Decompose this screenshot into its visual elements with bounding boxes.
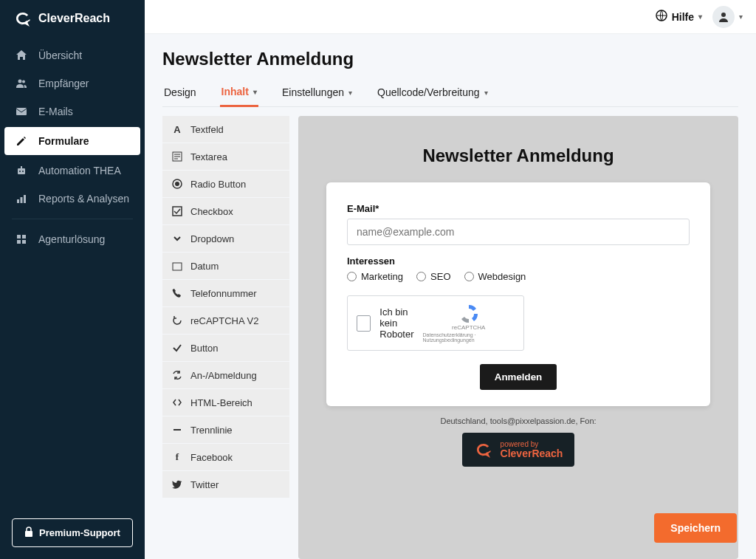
- interest-label: SEO: [430, 271, 450, 282]
- element-label: Checkbox: [190, 206, 233, 217]
- svg-point-19: [175, 182, 179, 186]
- element-divider[interactable]: Trennlinie: [162, 416, 289, 443]
- svg-rect-12: [17, 240, 21, 244]
- svg-rect-11: [22, 235, 26, 239]
- globe-icon: [656, 10, 667, 24]
- edit-icon: [15, 135, 28, 147]
- tab-settings[interactable]: Einstellungen▾: [281, 81, 354, 106]
- element-subscribe[interactable]: An-/Abmeldung: [162, 362, 289, 388]
- element-label: Datum: [190, 261, 219, 272]
- recaptcha-checkbox[interactable]: [357, 315, 371, 332]
- recaptcha-brand: reCAPTCHA: [452, 324, 485, 331]
- element-textfield[interactable]: ATextfeld: [162, 116, 289, 143]
- svg-rect-8: [21, 197, 23, 203]
- svg-point-0: [18, 80, 22, 83]
- powered-by-badge[interactable]: powered by CleverReach: [462, 433, 575, 467]
- element-radio[interactable]: Radio Button: [162, 171, 289, 197]
- tab-content[interactable]: Inhalt▾: [220, 81, 258, 107]
- calendar-icon: [171, 260, 183, 272]
- save-button[interactable]: Speichern: [654, 513, 737, 543]
- envelope-icon: [15, 106, 28, 117]
- element-label: Button: [190, 343, 219, 354]
- svg-rect-9: [24, 195, 26, 203]
- sidebar-item-label: E-Mails: [38, 106, 73, 117]
- help-button[interactable]: Hilfe ▾: [656, 10, 702, 24]
- svg-rect-13: [22, 240, 26, 244]
- element-html[interactable]: HTML-Bereich: [162, 389, 289, 416]
- premium-support-label: Premium-Support: [39, 527, 120, 538]
- email-label: E-Mail*: [347, 203, 690, 214]
- element-twitter[interactable]: Twitter: [162, 471, 289, 498]
- form-preview-canvas: Newsletter Anmeldung E-Mail* Interessen …: [298, 116, 738, 559]
- element-label: Twitter: [190, 479, 219, 490]
- radio-input[interactable]: [416, 272, 426, 281]
- element-label: Textarea: [190, 151, 227, 162]
- sidebar-divider: [12, 219, 133, 219]
- tab-design[interactable]: Design: [162, 81, 198, 106]
- grid-icon: [15, 233, 28, 245]
- facebook-icon: f: [171, 451, 183, 463]
- sidebar-item-label: Agenturlösung: [38, 233, 105, 245]
- element-label: Radio Button: [190, 179, 246, 190]
- check-icon: [171, 342, 183, 354]
- checkbox-icon: [171, 205, 183, 217]
- element-phone[interactable]: Telefonnummer: [162, 280, 289, 306]
- radio-input[interactable]: [347, 272, 357, 281]
- element-checkbox[interactable]: Checkbox: [162, 198, 289, 224]
- interest-option-seo[interactable]: SEO: [416, 271, 450, 282]
- sidebar-item-automation[interactable]: Automation THEA: [0, 157, 145, 185]
- form-submit-button[interactable]: Anmelden: [480, 364, 557, 390]
- svg-point-4: [19, 171, 21, 172]
- sidebar-item-overview[interactable]: Übersicht: [0, 41, 145, 69]
- radio-icon: [171, 178, 183, 190]
- phone-icon: [171, 287, 183, 299]
- interest-label: Marketing: [361, 271, 403, 282]
- svg-rect-2: [16, 108, 27, 115]
- sidebar-item-agency[interactable]: Agenturlösung: [0, 225, 145, 253]
- svg-point-1: [22, 80, 25, 83]
- element-recaptcha[interactable]: reCAPTCHA V2: [162, 307, 289, 334]
- email-input[interactable]: [347, 219, 690, 245]
- sidebar-item-emails[interactable]: E-Mails: [0, 97, 145, 126]
- element-button[interactable]: Button: [162, 335, 289, 361]
- svg-point-5: [22, 171, 24, 172]
- robot-icon: [15, 165, 28, 176]
- tab-label: Design: [164, 86, 196, 98]
- brand-name: CleverReach: [38, 12, 110, 25]
- element-date[interactable]: Datum: [162, 253, 289, 279]
- sidebar-item-forms[interactable]: Formulare: [4, 127, 140, 155]
- premium-support-button[interactable]: Premium-Support: [12, 518, 133, 547]
- sidebar-item-label: Reports & Analysen: [38, 193, 129, 205]
- interest-option-webdesign[interactable]: Webdesign: [464, 271, 526, 282]
- sidebar-item-recipients[interactable]: Empfänger: [0, 69, 145, 97]
- radio-input[interactable]: [464, 272, 474, 281]
- tab-source[interactable]: Quellcode/Verbreitung▾: [376, 81, 489, 106]
- recaptcha-widget[interactable]: Ich bin kein Roboter reCAPTCHA Datenschu…: [347, 295, 524, 351]
- sidebar-item-reports[interactable]: Reports & Analysen: [0, 185, 145, 213]
- chevron-down-icon: ▾: [739, 13, 743, 21]
- form-footer-text: Deutschland, tools@pixxelpassion.de, Fon…: [440, 416, 596, 425]
- svg-rect-14: [25, 531, 32, 537]
- user-menu[interactable]: ▾: [712, 6, 743, 28]
- minus-icon: [171, 424, 183, 436]
- svg-point-16: [721, 13, 726, 17]
- tab-label: Einstellungen: [282, 86, 344, 98]
- element-label: reCAPTCHA V2: [190, 315, 258, 326]
- brand-logo[interactable]: CleverReach: [0, 0, 145, 37]
- recaptcha-icon: [457, 303, 481, 324]
- element-facebook[interactable]: fFacebook: [162, 444, 289, 470]
- form-card: E-Mail* Interessen Marketing SEO Webdesi…: [326, 182, 710, 406]
- font-icon: A: [171, 123, 183, 135]
- svg-rect-20: [173, 207, 182, 216]
- element-textarea[interactable]: Textarea: [162, 143, 289, 170]
- svg-rect-6: [21, 166, 22, 168]
- help-label: Hilfe: [672, 11, 694, 23]
- tabs: Design Inhalt▾ Einstellungen▾ Quellcode/…: [162, 81, 738, 107]
- element-dropdown[interactable]: Dropdown: [162, 225, 289, 252]
- powered-by-brand: CleverReach: [501, 448, 563, 459]
- element-label: Textfeld: [190, 124, 224, 135]
- svg-rect-7: [17, 199, 19, 203]
- preview-heading: Newsletter Anmeldung: [422, 145, 614, 166]
- interest-option-marketing[interactable]: Marketing: [347, 271, 403, 282]
- interests-label: Interessen: [347, 256, 690, 267]
